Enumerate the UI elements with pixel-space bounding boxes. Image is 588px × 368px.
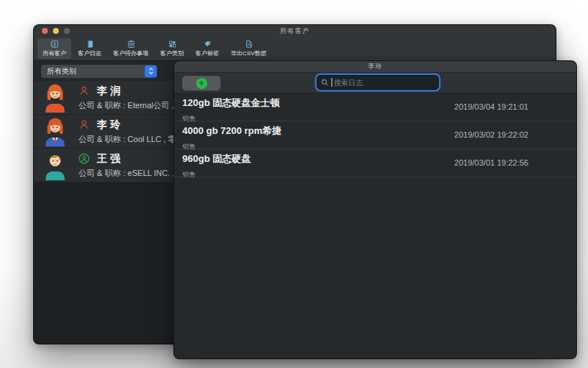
toolbar-customer-categories[interactable]: 客户类别 [155,38,189,59]
person-circle-icon-green [79,153,90,164]
log-datetime: 2019/03/04 19:21:01 [454,102,528,111]
traffic-lights [42,28,70,34]
back-window-titlebar[interactable]: 所有客户 [34,25,556,37]
woman-orange-avatar [42,83,68,113]
category-grid-icon [166,40,179,49]
woman-suit-avatar [42,117,68,146]
clipboard-check-icon [125,40,137,49]
toolbar-label: 客户待办事项 [113,49,148,57]
toolbar-label: 客户日志 [78,49,101,57]
person-icon-red [79,85,90,96]
search-icon [321,79,329,86]
log-category: 销售 [182,170,576,180]
search-input[interactable] [334,79,434,87]
toolbar-customer-logs[interactable]: 客户日志 [73,38,107,59]
front-window-title: 李玲 [368,62,383,71]
customer-name: 王强 [97,152,123,166]
customer-name: 李润 [97,85,123,98]
toolbar-label: 所有客户 [43,49,66,57]
tag-icon [201,40,214,49]
minimize-button[interactable] [53,28,59,34]
log-list: 120gb 固态硬盘金士顿 销售 2019/03/04 19:21:01 400… [174,93,576,177]
text-caret [331,78,332,87]
log-row[interactable]: 120gb 固态硬盘金士顿 销售 2019/03/04 19:21:01 [174,93,576,121]
toolbar-all-customers[interactable]: 所有客户 [37,38,71,59]
add-log-icon: + [196,78,207,89]
chevron-up-down-icon [145,66,157,77]
toolbar-export-csv[interactable]: CSV 导出CSV数据 [226,38,271,59]
log-row[interactable]: 4000 gb 7200 rpm希捷 销售 2019/03/02 19:22:0… [174,121,576,149]
search-field[interactable] [317,75,439,90]
toolbar-label: 客户标签 [196,49,219,57]
toolbar-customer-todos[interactable]: 客户待办事项 [108,38,154,59]
person-icon-red [79,119,90,130]
close-button[interactable] [42,28,48,34]
category-dropdown-value: 所有类别 [47,66,76,77]
back-window-title: 所有客户 [280,26,309,36]
main-toolbar: 所有客户 客户日志 客户待办事项 客户类别 客户标签 CSV 导出CSV数据 [34,37,556,61]
man-teal-avatar [42,151,68,180]
front-window-titlebar[interactable]: 李玲 [174,61,576,73]
toolbar-label: 客户类别 [160,49,184,57]
toolbar-customer-tags[interactable]: 客户标签 [190,38,224,59]
zoom-button[interactable] [64,28,70,34]
log-row[interactable]: 960gb 固态硬盘 销售 2019/03/01 19:22:56 [174,149,576,177]
add-log-button[interactable]: + [182,76,220,91]
customer-log-window: 李玲 + 120gb 固态硬盘金士顿 销售 2019/03/04 19:21:0… [173,60,577,359]
category-dropdown[interactable]: 所有类别 [41,65,157,78]
contacts-icon [49,40,61,49]
csv-export-icon: CSV [243,40,255,49]
log-datetime: 2019/03/02 19:22:02 [454,130,528,139]
toolbar-label: 导出CSV数据 [231,49,266,57]
log-datetime: 2019/03/01 19:22:56 [454,158,528,167]
customer-name: 李玲 [97,118,123,132]
log-toolbar: + [174,73,576,93]
journal-icon [84,40,96,49]
